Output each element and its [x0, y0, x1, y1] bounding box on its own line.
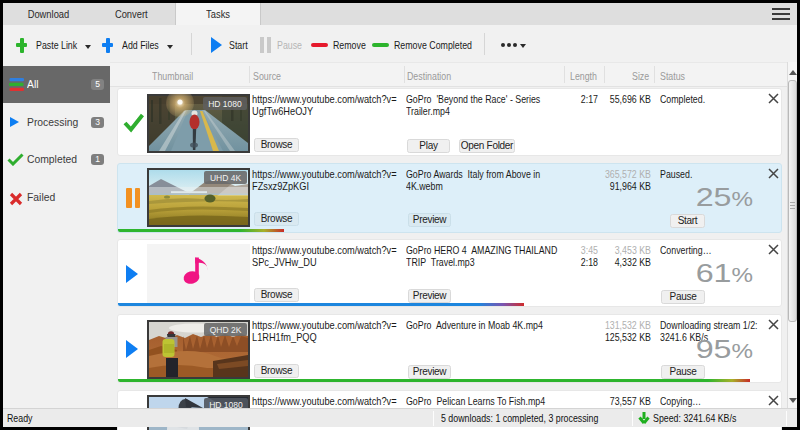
svg-text:HD 1080: HD 1080 — [208, 99, 242, 109]
svg-text:QHD 2K: QHD 2K — [210, 325, 242, 335]
svg-text:UHD 4K: UHD 4K — [210, 173, 242, 183]
